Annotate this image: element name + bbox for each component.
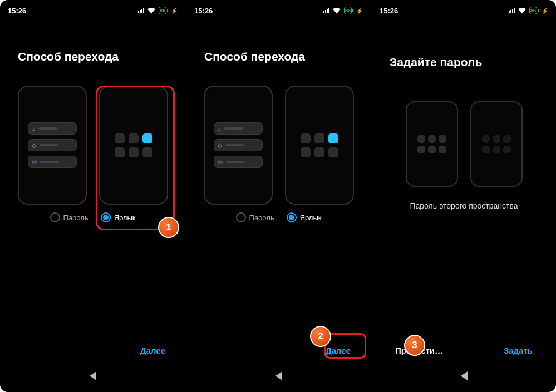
status-bar: 15:26 86 ⚡ bbox=[0, 0, 185, 17]
next-button[interactable]: Далее bbox=[326, 346, 351, 355]
charging-icon: ⚡ bbox=[542, 8, 548, 14]
screenshot-1: 15:26 86 ⚡ Способ перехода ⌂ ◇ ▭ bbox=[0, 0, 185, 392]
transition-options: ⌂ ◇ ▭ bbox=[186, 86, 371, 205]
charging-icon: ⚡ bbox=[171, 8, 178, 14]
screenshot-2: 15:26 86 ⚡ Способ перехода ⌂ ◇ ▭ bbox=[185, 0, 371, 392]
signal-icon bbox=[509, 8, 515, 13]
status-time: 15:26 bbox=[194, 7, 213, 15]
radio-dot-icon bbox=[101, 212, 111, 222]
battery-icon: 86 bbox=[159, 7, 166, 14]
option-shortcut-preview[interactable] bbox=[99, 86, 168, 205]
wifi-icon bbox=[518, 8, 526, 14]
user-icon: ◇ bbox=[32, 142, 36, 148]
set-button[interactable]: Задать bbox=[504, 346, 533, 355]
battery-icon: 86 bbox=[344, 7, 352, 14]
lock-icon: ▭ bbox=[218, 159, 223, 165]
option-password-preview[interactable]: ⌂ ◇ ▭ bbox=[204, 86, 273, 205]
action-bar: Пропусти… Задать bbox=[372, 346, 556, 355]
radio-password[interactable]: Пароль bbox=[236, 212, 274, 222]
nav-bar bbox=[0, 368, 185, 384]
radio-dot-icon bbox=[287, 212, 297, 222]
skip-button[interactable]: Пропусти… bbox=[395, 346, 443, 355]
space-secondary-preview bbox=[470, 101, 523, 187]
page-title: Способ перехода bbox=[0, 17, 185, 63]
transition-options: ⌂ ◇ ▭ bbox=[0, 86, 185, 205]
home-icon: ⌂ bbox=[32, 126, 35, 132]
apps-grid-icon bbox=[412, 135, 451, 153]
battery-icon: 86 bbox=[529, 7, 537, 14]
option-password-preview[interactable]: ⌂ ◇ ▭ bbox=[18, 86, 87, 205]
apps-grid-icon bbox=[109, 133, 159, 157]
radio-shortcut[interactable]: Ярлык bbox=[101, 212, 136, 222]
radio-label: Пароль bbox=[249, 214, 274, 222]
radio-group: Пароль Ярлык bbox=[0, 212, 185, 222]
annotation-badge-2: 2 bbox=[310, 326, 331, 347]
next-button[interactable]: Далее bbox=[140, 346, 165, 355]
wifi-icon bbox=[333, 8, 341, 14]
radio-shortcut[interactable]: Ярлык bbox=[287, 212, 322, 222]
nav-bar bbox=[372, 368, 556, 384]
status-time: 15:26 bbox=[380, 7, 398, 15]
screenshot-3: 15:26 86 ⚡ Задайте пароль Пароль второго… bbox=[371, 0, 556, 392]
back-icon[interactable] bbox=[275, 371, 282, 380]
signal-icon bbox=[323, 8, 329, 13]
status-icons: 86 ⚡ bbox=[323, 7, 363, 14]
radio-label: Ярлык bbox=[300, 214, 322, 222]
wifi-icon bbox=[147, 8, 155, 14]
charging-icon: ⚡ bbox=[356, 8, 363, 14]
home-icon: ⌂ bbox=[218, 126, 221, 132]
radio-group: Пароль Ярлык bbox=[186, 212, 371, 222]
radio-label: Ярлык bbox=[114, 214, 136, 222]
user-icon: ◇ bbox=[218, 142, 222, 148]
subtext: Пароль второго пространства bbox=[372, 201, 556, 210]
signal-icon bbox=[138, 8, 144, 13]
apps-grid-icon bbox=[477, 135, 516, 153]
action-bar: Далее bbox=[0, 346, 185, 355]
back-icon[interactable] bbox=[461, 371, 468, 380]
page-title: Задайте пароль bbox=[372, 17, 556, 69]
radio-dot-icon bbox=[236, 212, 246, 222]
radio-password[interactable]: Пароль bbox=[50, 212, 88, 222]
status-bar: 15:26 86 ⚡ bbox=[372, 0, 556, 17]
action-bar: Далее bbox=[186, 346, 371, 355]
radio-label: Пароль bbox=[63, 214, 88, 222]
status-icons: 86 ⚡ bbox=[138, 7, 178, 14]
page-title: Способ перехода bbox=[186, 17, 371, 63]
status-icons: 86 ⚡ bbox=[509, 7, 548, 14]
space-primary-preview bbox=[406, 101, 458, 187]
status-time: 15:26 bbox=[8, 7, 26, 15]
lock-icon: ▭ bbox=[32, 159, 37, 165]
status-bar: 15:26 86 ⚡ bbox=[186, 0, 371, 17]
spaces-preview bbox=[372, 101, 556, 187]
apps-grid-icon bbox=[294, 133, 345, 157]
back-icon[interactable] bbox=[90, 371, 96, 380]
option-shortcut-preview[interactable] bbox=[285, 86, 354, 205]
radio-dot-icon bbox=[50, 212, 60, 222]
nav-bar bbox=[186, 368, 371, 384]
